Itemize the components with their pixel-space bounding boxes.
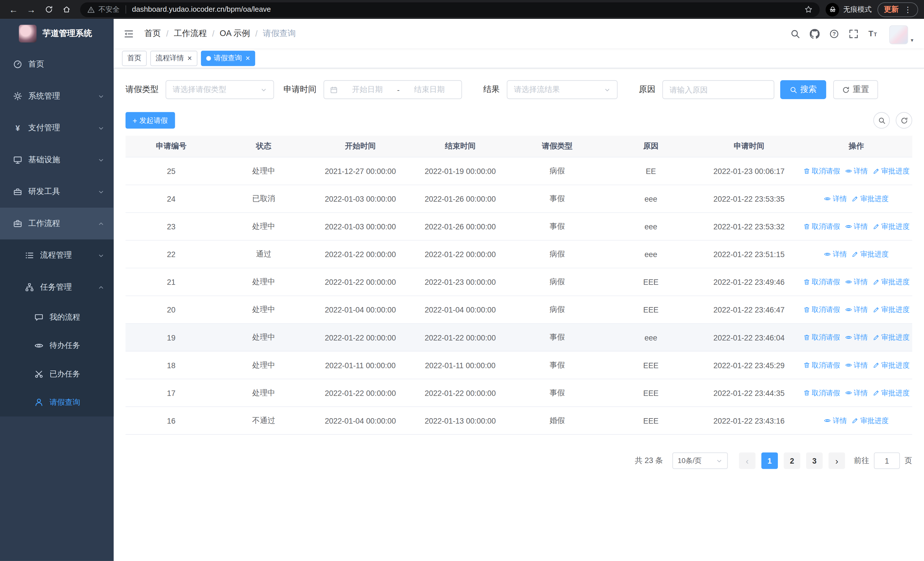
- app-title: 芋道管理系统: [42, 28, 92, 39]
- detail-link[interactable]: 详情: [844, 305, 868, 315]
- sidebar-item-infrastructure[interactable]: 基础设施: [0, 144, 114, 176]
- page-button-3[interactable]: 3: [806, 453, 823, 469]
- sidebar-item-done-tasks[interactable]: 已办任务: [0, 360, 114, 388]
- toggle-search-button[interactable]: [873, 112, 890, 129]
- cancel-leave-link[interactable]: 取消请假: [803, 305, 840, 315]
- cancel-leave-link[interactable]: 取消请假: [803, 388, 840, 398]
- cell-status: 处理中: [217, 269, 310, 296]
- approval-progress-link[interactable]: 审批进度: [872, 305, 909, 315]
- result-select[interactable]: 请选择流结果: [507, 80, 618, 99]
- breadcrumb-home[interactable]: 首页: [144, 28, 161, 39]
- approval-progress-link[interactable]: 审批进度: [872, 221, 909, 232]
- approval-progress-link[interactable]: 审批进度: [872, 332, 909, 343]
- sidebar-item-process-management[interactable]: 流程管理: [0, 239, 114, 271]
- help-button[interactable]: [826, 26, 842, 41]
- detail-link[interactable]: 详情: [844, 166, 868, 176]
- approval-progress-link[interactable]: 审批进度: [852, 194, 889, 204]
- table-row: 16 不通过 2022-01-04 00:00:00 2022-01-13 00…: [126, 407, 912, 435]
- browser-forward-button[interactable]: →: [24, 2, 39, 17]
- sidebar-item-payment[interactable]: 支付管理: [0, 112, 114, 144]
- detail-link[interactable]: 详情: [844, 221, 868, 232]
- browser-home-button[interactable]: [59, 2, 75, 17]
- font-size-icon: [868, 28, 878, 39]
- detail-link[interactable]: 详情: [824, 249, 847, 259]
- address-bar[interactable]: 不安全 dashboard.yudao.iocoder.cn/bpm/oa/le…: [80, 2, 820, 17]
- header-search-button[interactable]: [788, 26, 803, 41]
- breadcrumb-workflow[interactable]: 工作流程: [174, 28, 207, 39]
- search-button[interactable]: 搜索: [780, 80, 826, 99]
- browser-reload-button[interactable]: [41, 2, 57, 17]
- sidebar-item-dev-tools[interactable]: 研发工具: [0, 176, 114, 208]
- create-leave-button[interactable]: + 发起请假: [126, 112, 175, 129]
- approval-progress-link[interactable]: 审批进度: [852, 249, 889, 259]
- sidebar-item-my-processes[interactable]: 我的流程: [0, 303, 114, 331]
- cell-end-time: 2022-01-26 00:00:00: [410, 185, 510, 212]
- approval-progress-link[interactable]: 审批进度: [872, 277, 909, 287]
- app-logo[interactable]: 芋道管理系统: [0, 19, 114, 48]
- cell-end-time: 2022-01-23 00:00:00: [410, 269, 510, 296]
- goto-page-input[interactable]: [874, 453, 900, 469]
- sidebar-item-home[interactable]: 首页: [0, 48, 114, 80]
- sidebar-item-leave-query[interactable]: 请假查询: [0, 388, 114, 417]
- page-button-2[interactable]: 2: [784, 453, 801, 469]
- browser-update-chip[interactable]: 更新 ⋮: [878, 2, 918, 17]
- cell-apply-id: 18: [126, 352, 217, 379]
- cancel-leave-link[interactable]: 取消请假: [803, 360, 840, 370]
- sidebar-item-workflow[interactable]: 工作流程: [0, 208, 114, 240]
- cell-status: 处理中: [217, 352, 310, 379]
- chevron-down-icon: [98, 188, 105, 195]
- table-row: 18 处理中 2022-01-11 00:00:00 2022-01-11 00…: [126, 352, 912, 379]
- breadcrumb-oa-example[interactable]: OA 示例: [220, 28, 250, 39]
- tab-home[interactable]: 首页: [122, 51, 147, 66]
- approval-progress-link[interactable]: 审批进度: [872, 166, 909, 176]
- detail-link[interactable]: 详情: [824, 194, 847, 204]
- search-icon: [790, 29, 800, 39]
- detail-link[interactable]: 详情: [844, 332, 868, 343]
- browser-menu-icon[interactable]: ⋮: [904, 6, 912, 14]
- page-button-1[interactable]: 1: [761, 453, 778, 469]
- reset-button[interactable]: 重置: [833, 80, 878, 99]
- col-header-operations: 操作: [800, 136, 912, 157]
- apply-time-range-picker[interactable]: 开始日期 - 结束日期: [324, 80, 462, 99]
- fullscreen-icon: [849, 29, 859, 39]
- reason-input[interactable]: [663, 81, 774, 99]
- next-page-button[interactable]: ›: [828, 453, 845, 469]
- yen-icon: [13, 123, 22, 133]
- url-text: dashboard.yudao.iocoder.cn/bpm/oa/leave: [132, 5, 801, 14]
- detail-link[interactable]: 详情: [844, 360, 868, 370]
- approval-progress-link[interactable]: 审批进度: [852, 416, 889, 426]
- user-menu[interactable]: ▾: [890, 23, 914, 44]
- approval-progress-link[interactable]: 审批进度: [872, 388, 909, 398]
- close-icon[interactable]: ×: [188, 54, 192, 62]
- sidebar-item-system[interactable]: 系统管理: [0, 80, 114, 112]
- bookmark-star-icon[interactable]: [804, 5, 813, 14]
- user-avatar[interactable]: [890, 26, 908, 44]
- browser-back-button[interactable]: ←: [6, 2, 21, 17]
- calendar-icon: [330, 86, 338, 93]
- cell-status: 通过: [217, 241, 310, 268]
- close-icon[interactable]: ×: [245, 54, 250, 62]
- sidebar-item-todo-tasks[interactable]: 待办任务: [0, 332, 114, 360]
- cancel-leave-link[interactable]: 取消请假: [803, 332, 840, 343]
- detail-link[interactable]: 详情: [844, 277, 868, 287]
- update-label[interactable]: 更新: [884, 4, 899, 14]
- fullscreen-button[interactable]: [846, 26, 861, 41]
- sidebar-item-task-management[interactable]: 任务管理: [0, 271, 114, 303]
- prev-page-button[interactable]: ‹: [739, 453, 756, 469]
- refresh-table-button[interactable]: [896, 112, 912, 129]
- reload-icon: [45, 5, 53, 14]
- leave-type-select[interactable]: 请选择请假类型: [165, 80, 274, 99]
- cancel-leave-link[interactable]: 取消请假: [803, 221, 840, 232]
- page-size-select[interactable]: 10条/页: [672, 453, 728, 469]
- sidebar-collapse-button[interactable]: [114, 19, 143, 48]
- font-size-button[interactable]: [865, 26, 880, 41]
- cancel-leave-link[interactable]: 取消请假: [803, 166, 840, 176]
- github-button[interactable]: [807, 26, 822, 41]
- cancel-leave-link[interactable]: 取消请假: [803, 277, 840, 287]
- refresh-icon: [900, 117, 908, 124]
- detail-link[interactable]: 详情: [824, 416, 847, 426]
- detail-link[interactable]: 详情: [844, 388, 868, 398]
- tab-leave-query[interactable]: 请假查询 ×: [201, 51, 255, 66]
- tab-process-detail[interactable]: 流程详情 ×: [150, 51, 197, 66]
- approval-progress-link[interactable]: 审批进度: [872, 360, 909, 370]
